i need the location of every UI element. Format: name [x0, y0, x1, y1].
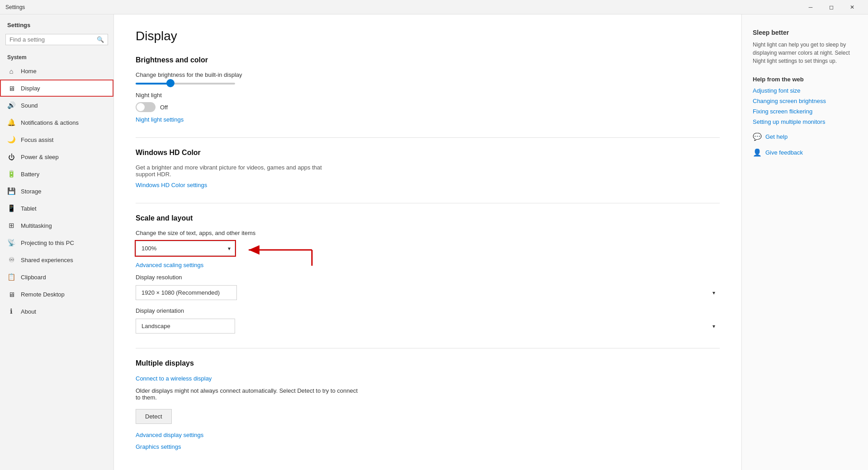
connect-wireless-link[interactable]: Connect to a wireless display: [136, 375, 212, 382]
multiple-displays-section: Multiple displays Connect to a wireless …: [136, 359, 720, 450]
toggle-knob: [137, 103, 145, 111]
sidebar-item-clipboard[interactable]: 📋 Clipboard: [0, 268, 113, 286]
sidebar-item-power[interactable]: ⏻ Power & sleep: [0, 148, 113, 165]
night-light-toggle-row: Off: [136, 102, 720, 112]
app-container: Settings 🔍 System ⌂ Home 🖥 Display 🔊 Sou…: [0, 14, 868, 470]
clipboard-icon: 📋: [7, 273, 15, 281]
sleep-section-description: Night light can help you get to sleep by…: [753, 41, 857, 65]
sidebar-item-multitasking[interactable]: ⊞ Multitasking: [0, 217, 113, 234]
scale-dropdown-label: Change the size of text, apps, and other…: [136, 230, 720, 236]
sidebar-item-tablet[interactable]: 📱 Tablet: [0, 200, 113, 217]
sidebar-items: ⌂ Home 🖥 Display 🔊 Sound 🔔 Notifications…: [0, 62, 113, 320]
brightness-section: Brightness and color Change brightness f…: [136, 56, 720, 123]
sidebar-item-display[interactable]: 🖥 Display: [0, 80, 113, 97]
night-light-row: Night light: [136, 92, 720, 99]
orientation-dropdown-wrapper[interactable]: Landscape Portrait Landscape (flipped) P…: [136, 319, 720, 334]
search-input[interactable]: [9, 36, 97, 43]
brightness-slider-track[interactable]: [136, 83, 235, 85]
restore-button[interactable]: ◻: [821, 0, 842, 14]
sidebar-item-label-home: Home: [21, 68, 37, 75]
get-help-link[interactable]: 💬 Get help: [753, 132, 857, 141]
minimize-button[interactable]: ─: [800, 0, 821, 14]
right-panel: Sleep better Night light can help you ge…: [741, 14, 868, 470]
display-icon: 🖥: [7, 84, 15, 92]
brightness-slider-fill: [136, 83, 170, 85]
get-help-label: Get help: [765, 133, 788, 140]
projecting-icon: 📡: [7, 239, 15, 247]
sidebar-item-home[interactable]: ⌂ Home: [0, 62, 113, 80]
resolution-dropdown-wrapper[interactable]: 1920 × 1080 (Recommended) 1680 × 1050 14…: [136, 285, 720, 300]
brightness-slider-thumb[interactable]: [166, 79, 175, 87]
night-light-settings-link[interactable]: Night light settings: [136, 116, 184, 123]
help-section-title: Help from the web: [753, 76, 857, 83]
brightness-slider-label: Change brightness for the built-in displ…: [136, 71, 720, 78]
right-help-link[interactable]: Fixing screen flickering: [753, 108, 857, 115]
sidebar-item-projecting[interactable]: 📡 Projecting to this PC: [0, 234, 113, 251]
shared-icon: ♾: [7, 256, 15, 264]
about-icon: ℹ: [7, 307, 15, 315]
sidebar-item-battery[interactable]: 🔋 Battery: [0, 165, 113, 183]
focus-icon: 🌙: [7, 136, 15, 144]
sidebar-item-label-projecting: Projecting to this PC: [21, 240, 74, 246]
hd-color-settings-link[interactable]: Windows HD Color settings: [136, 182, 207, 188]
titlebar-controls: ─ ◻ ✕: [800, 0, 863, 14]
resolution-dropdown-arrow-icon: ▾: [712, 290, 715, 296]
titlebar-title: Settings: [5, 4, 25, 10]
sidebar-item-label-sound: Sound: [21, 102, 38, 109]
give-feedback-link[interactable]: 👤 Give feedback: [753, 148, 857, 157]
sidebar-item-label-tablet: Tablet: [21, 205, 37, 212]
battery-icon: 🔋: [7, 170, 15, 178]
close-button[interactable]: ✕: [842, 0, 863, 14]
notifications-icon: 🔔: [7, 118, 15, 127]
page-title: Display: [136, 29, 720, 43]
storage-icon: 💾: [7, 187, 15, 195]
scale-dropdown[interactable]: 100% 125% 150% 175%: [136, 241, 235, 256]
sidebar-item-label-battery: Battery: [21, 171, 39, 178]
home-icon: ⌂: [7, 67, 15, 75]
orientation-label: Display orientation: [136, 307, 720, 314]
night-light-state: Off: [160, 104, 168, 111]
sleep-section-title: Sleep better: [753, 29, 857, 36]
sidebar-item-label-power: Power & sleep: [21, 154, 59, 160]
multiple-displays-title: Multiple displays: [136, 359, 720, 367]
multiple-displays-description: Older displays might not always connect …: [136, 387, 362, 401]
orientation-dropdown[interactable]: Landscape Portrait Landscape (flipped) P…: [136, 319, 235, 334]
graphics-settings-link[interactable]: Graphics settings: [136, 443, 181, 450]
right-help-link[interactable]: Adjusting font size: [753, 87, 857, 94]
sidebar-item-about[interactable]: ℹ About: [0, 303, 113, 320]
resolution-dropdown[interactable]: 1920 × 1080 (Recommended) 1680 × 1050 14…: [136, 285, 237, 300]
orientation-dropdown-arrow-icon: ▾: [712, 323, 715, 329]
right-help-link[interactable]: Changing screen brightness: [753, 98, 857, 104]
sidebar-item-remote[interactable]: 🖥 Remote Desktop: [0, 286, 113, 303]
advanced-scaling-link[interactable]: Advanced scaling settings: [136, 262, 203, 268]
scale-title: Scale and layout: [136, 214, 720, 222]
night-light-label: Night light: [136, 92, 162, 99]
resolution-label: Display resolution: [136, 274, 720, 281]
sidebar-item-label-shared: Shared experiences: [21, 257, 73, 263]
give-feedback-icon: 👤: [753, 148, 762, 157]
sidebar-item-focus[interactable]: 🌙 Focus assist: [0, 131, 113, 148]
get-help-icon: 💬: [753, 132, 762, 141]
remote-icon: 🖥: [7, 290, 15, 298]
brightness-slider-container[interactable]: [136, 83, 235, 85]
sidebar-item-label-focus: Focus assist: [21, 136, 53, 143]
sidebar-search-box[interactable]: 🔍: [5, 34, 108, 45]
sidebar-item-label-display: Display: [21, 85, 40, 92]
advanced-display-settings-link[interactable]: Advanced display settings: [136, 432, 203, 438]
sidebar-item-label-remote: Remote Desktop: [21, 291, 65, 298]
detect-button[interactable]: Detect: [136, 409, 172, 424]
main-content: Display Brightness and color Change brig…: [114, 14, 741, 470]
sidebar-item-storage[interactable]: 💾 Storage: [0, 183, 113, 200]
titlebar: Settings ─ ◻ ✕: [0, 0, 868, 14]
sidebar-item-label-notifications: Notifications & actions: [21, 119, 79, 126]
right-help-link[interactable]: Setting up multiple monitors: [753, 118, 857, 125]
search-icon: 🔍: [97, 36, 104, 43]
right-links: Adjusting font sizeChanging screen brigh…: [753, 87, 857, 125]
sidebar-item-notifications[interactable]: 🔔 Notifications & actions: [0, 114, 113, 131]
sidebar-item-sound[interactable]: 🔊 Sound: [0, 97, 113, 114]
scale-dropdown-wrapper[interactable]: 100% 125% 150% 175% ▾: [136, 241, 235, 256]
sidebar: Settings 🔍 System ⌂ Home 🖥 Display 🔊 Sou…: [0, 14, 114, 470]
night-light-toggle[interactable]: [136, 102, 156, 112]
sidebar-item-shared[interactable]: ♾ Shared experiences: [0, 251, 113, 268]
sound-icon: 🔊: [7, 101, 15, 109]
